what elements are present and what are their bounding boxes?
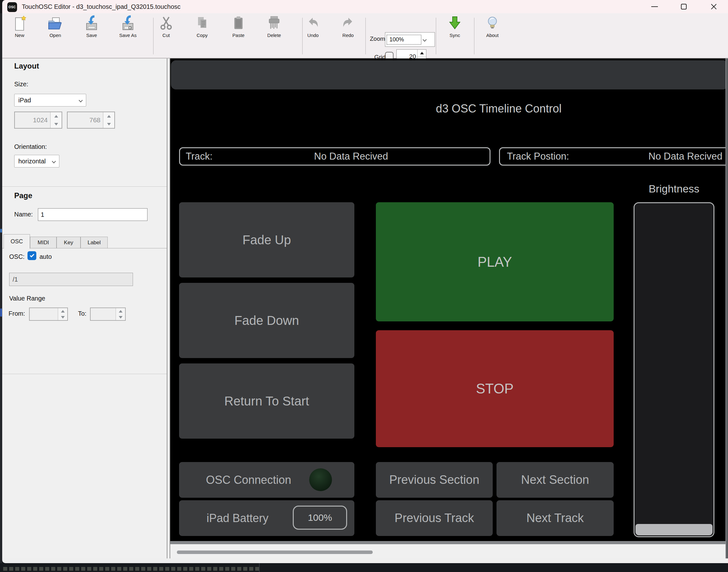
- green-down-arrow-icon: [448, 15, 462, 31]
- about-button[interactable]: About: [478, 15, 507, 46]
- fade-down-button[interactable]: Fade Down: [179, 283, 354, 358]
- background-window-bottom-strip: [0, 563, 728, 572]
- to-label: To:: [78, 310, 87, 317]
- osc-auto-checkbox[interactable]: [27, 251, 36, 260]
- value-range-label: Value Range: [9, 295, 45, 302]
- spin-up-button[interactable]: [58, 308, 67, 314]
- play-button[interactable]: PLAY: [376, 202, 614, 321]
- minimize-icon: [651, 6, 658, 7]
- track-position-display[interactable]: Track Postion: No Data Recived: [499, 147, 728, 165]
- status-bar: [2, 558, 728, 563]
- copy-button[interactable]: Copy: [188, 15, 216, 46]
- spin-up-icon: [107, 115, 111, 118]
- spin-up-icon: [54, 115, 58, 118]
- section-divider: [2, 187, 167, 187]
- orientation-label: Orientation:: [14, 143, 47, 150]
- to-stepper[interactable]: [90, 307, 126, 321]
- fade-up-button[interactable]: Fade Up: [179, 202, 354, 278]
- spin-up-button[interactable]: [417, 50, 426, 56]
- delete-button[interactable]: Delete: [260, 15, 289, 46]
- new-button[interactable]: New: [5, 15, 34, 46]
- title-bar: OSC TouchOSC Editor - d3_touchosc_ipad_Q…: [2, 0, 728, 13]
- checkmark-icon: [30, 253, 34, 257]
- previous-section-button[interactable]: Previous Section: [376, 462, 493, 498]
- osc-address-field[interactable]: /1: [9, 273, 133, 286]
- background-blue-dot: [0, 229, 2, 233]
- fader-handle[interactable]: [636, 524, 713, 535]
- maximize-button[interactable]: [674, 0, 694, 13]
- scissors-icon: [159, 15, 173, 31]
- tab-midi[interactable]: MIDI: [30, 237, 57, 248]
- stop-button[interactable]: STOP: [376, 330, 614, 447]
- about-button-label: About: [478, 32, 507, 38]
- save-button[interactable]: Save: [77, 15, 106, 46]
- close-icon: [710, 3, 717, 10]
- close-button[interactable]: [704, 0, 724, 13]
- from-stepper[interactable]: [29, 307, 68, 321]
- paste-button-label: Paste: [224, 32, 253, 38]
- stop-label: STOP: [476, 381, 513, 397]
- spin-down-button[interactable]: [58, 314, 67, 320]
- spin-up-icon: [119, 310, 123, 312]
- layout-title-label[interactable]: d3 OSC Timeline Control: [391, 102, 606, 115]
- layout-canvas[interactable]: d3 OSC Timeline Control Track: No Data R…: [170, 59, 728, 541]
- spin-up-button[interactable]: [51, 112, 62, 120]
- spin-down-button[interactable]: [51, 120, 62, 128]
- layout-width-stepper[interactable]: 1024: [14, 112, 62, 129]
- toolbar-separator: [436, 18, 436, 54]
- redo-button[interactable]: Redo: [335, 15, 361, 46]
- tab-label-label: Label: [87, 239, 101, 246]
- return-to-start-button[interactable]: Return To Start: [179, 363, 354, 439]
- from-label: From:: [8, 310, 25, 317]
- minimize-button[interactable]: [644, 0, 664, 13]
- layout-height-stepper[interactable]: 768: [67, 112, 115, 129]
- spin-up-button[interactable]: [116, 308, 125, 314]
- open-button[interactable]: Open: [41, 15, 70, 46]
- spin-down-button[interactable]: [103, 120, 114, 128]
- orientation-value: horizontal: [14, 158, 51, 165]
- zoom-value: 100%: [387, 35, 421, 45]
- save-disk-icon: [84, 15, 99, 31]
- tab-label[interactable]: Label: [81, 237, 108, 248]
- redo-button-label: Redo: [335, 32, 361, 38]
- size-select[interactable]: iPad: [14, 94, 86, 106]
- delete-button-label: Delete: [260, 32, 289, 38]
- fade-down-label: Fade Down: [234, 313, 299, 328]
- osc-connection-panel[interactable]: OSC Connection: [179, 462, 354, 498]
- save-as-button[interactable]: Save As: [112, 15, 144, 46]
- spin-down-button[interactable]: [116, 314, 125, 320]
- next-track-label: Next Track: [527, 511, 584, 525]
- window-right-edge: [725, 59, 728, 558]
- horizontal-scrollbar-thumb[interactable]: [177, 551, 373, 554]
- sync-button[interactable]: Sync: [440, 15, 469, 46]
- background-window-left-strip: [0, 13, 2, 572]
- horizontal-scrollbar[interactable]: [170, 541, 728, 558]
- osc-label: OSC:: [9, 253, 25, 261]
- spin-down-icon: [107, 123, 111, 126]
- save-button-label: Save: [77, 32, 106, 38]
- tab-key[interactable]: Key: [57, 237, 81, 248]
- page-name-input[interactable]: [38, 208, 148, 221]
- osc-connection-led-icon: [309, 468, 332, 491]
- brightness-fader[interactable]: [634, 202, 714, 537]
- spinner-buttons: [50, 112, 62, 128]
- sidebar-splitter[interactable]: [167, 59, 170, 558]
- tab-osc[interactable]: OSC: [3, 234, 30, 249]
- battery-value-badge: 100%: [293, 506, 347, 530]
- zoom-select[interactable]: 100%: [385, 32, 435, 47]
- canvas-header-panel[interactable]: [171, 60, 728, 89]
- next-section-button[interactable]: Next Section: [496, 462, 614, 498]
- undo-button[interactable]: Undo: [300, 15, 326, 46]
- spin-up-button[interactable]: [103, 112, 114, 120]
- previous-track-button[interactable]: Previous Track: [376, 500, 493, 536]
- spinner-buttons: [58, 308, 67, 320]
- paste-button[interactable]: Paste: [224, 15, 253, 46]
- toolbar: New Open Save: [2, 13, 728, 59]
- next-track-button[interactable]: Next Track: [496, 500, 614, 536]
- orientation-select[interactable]: horizontal: [14, 155, 59, 167]
- cut-button[interactable]: Cut: [152, 15, 180, 46]
- ipad-battery-panel[interactable]: iPad Battery 100%: [179, 500, 354, 536]
- track-display[interactable]: Track: No Data Recived: [179, 147, 490, 165]
- zoom-label: Zoom: [370, 35, 385, 42]
- spin-up-icon: [420, 52, 424, 54]
